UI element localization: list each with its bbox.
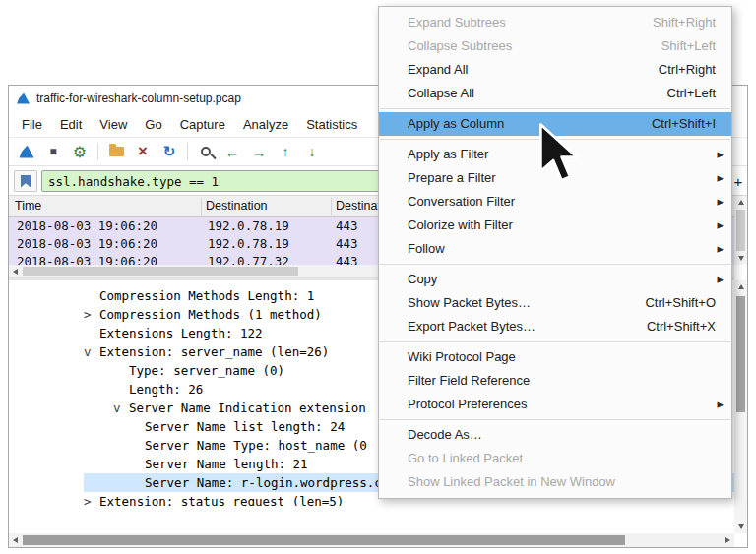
menu-item-colorize-with-filter[interactable]: Colorize with Filter xyxy=(379,214,731,237)
menu-item-label: Expand Subtrees xyxy=(408,11,633,34)
menu-item-label: Colorize with Filter xyxy=(408,214,716,237)
submenu-arrow-icon xyxy=(717,237,724,261)
menu-item-label: Copy xyxy=(408,268,716,291)
menu-separator xyxy=(380,264,730,265)
toolbar-separator xyxy=(187,143,188,160)
tree-expand-arrow[interactable]: > xyxy=(84,305,99,324)
toolbar-separator xyxy=(97,143,98,160)
tree-item-text: Server Name: r-login.wordpress.com xyxy=(145,475,397,490)
open-file-icon[interactable] xyxy=(104,140,128,163)
menu-item-collapse-all[interactable]: Collapse All Ctrl+Left xyxy=(379,82,731,105)
menu-item-label: Decode As… xyxy=(408,423,716,447)
menu-item-go-to-linked-packet: Go to Linked Packet xyxy=(379,447,731,470)
scroll-up-icon[interactable] xyxy=(734,196,747,209)
scroll-right-icon[interactable] xyxy=(722,533,734,546)
menu-separator xyxy=(380,108,730,109)
tree-item-text: Server Name Type: host_name (0 xyxy=(145,438,367,453)
menu-item-export-packet-bytes[interactable]: Export Packet Bytes… Ctrl+Shift+X xyxy=(379,315,731,339)
submenu-arrow-icon xyxy=(717,214,724,237)
scroll-down-icon[interactable] xyxy=(734,252,747,265)
packet-list-vscrollbar[interactable] xyxy=(734,196,747,265)
menu-item-expand-all[interactable]: Expand All Ctrl+Right xyxy=(379,58,731,82)
menu-item-expand-subtrees: Expand Subtrees Shift+Right xyxy=(379,11,731,34)
menu-item-label: Follow xyxy=(408,237,716,261)
menu-item-follow[interactable]: Follow xyxy=(379,237,731,261)
reload-icon[interactable] xyxy=(158,140,181,163)
scroll-up-icon[interactable] xyxy=(734,280,747,293)
packet-destination-port: 443 xyxy=(336,217,358,235)
column-divider xyxy=(201,198,202,215)
column-header-time[interactable]: Time xyxy=(15,199,41,213)
menu-item-label: Wiki Protocol Page xyxy=(408,345,716,369)
bookmark-icon xyxy=(21,175,31,188)
menu-edit[interactable]: Edit xyxy=(51,117,91,132)
menu-item-show-linked-packet-in-new-window: Show Linked Packet in New Window xyxy=(379,470,731,494)
go-back-icon[interactable] xyxy=(220,140,244,163)
menu-separator xyxy=(380,419,730,420)
menu-statistics[interactable]: Statistics xyxy=(297,117,366,132)
menu-item-show-packet-bytes[interactable]: Show Packet Bytes… Ctrl+Shift+O xyxy=(379,291,731,315)
menu-go[interactable]: Go xyxy=(136,117,170,132)
packet-destination: 192.0.78.19 xyxy=(208,235,289,253)
menu-item-label: Go to Linked Packet xyxy=(408,447,716,470)
submenu-arrow-icon xyxy=(717,166,724,190)
close-file-icon[interactable] xyxy=(131,140,155,163)
mouse-cursor xyxy=(537,122,581,187)
tree-item-text: Server Name Indication extension xyxy=(129,400,366,415)
go-to-last-packet-icon[interactable] xyxy=(300,140,324,163)
screen: traffic-for-wireshark-column-setup.pcap … xyxy=(0,0,756,554)
menu-item-label: Conversation Filter xyxy=(408,190,716,214)
scroll-down-icon[interactable] xyxy=(734,521,747,533)
menu-item-shortcut: Ctrl+Shift+I xyxy=(652,112,716,136)
menu-item-copy[interactable]: Copy xyxy=(379,268,731,291)
menu-item-protocol-preferences[interactable]: Protocol Preferences xyxy=(379,393,731,416)
menu-item-label: Apply as Column xyxy=(408,112,632,136)
packet-destination: 192.0.78.19 xyxy=(208,217,289,235)
menu-item-wiki-protocol-page[interactable]: Wiki Protocol Page xyxy=(379,345,731,369)
tree-expand-arrow[interactable]: v xyxy=(84,342,99,361)
scrollbar-thumb[interactable] xyxy=(23,267,298,276)
go-forward-icon[interactable] xyxy=(247,140,271,163)
scrollbar-thumb[interactable] xyxy=(23,535,625,545)
stop-capture-icon[interactable] xyxy=(41,140,65,163)
menu-capture[interactable]: Capture xyxy=(171,117,234,132)
menu-item-filter-field-reference[interactable]: Filter Field Reference xyxy=(379,369,731,393)
scroll-left-icon[interactable] xyxy=(9,265,22,277)
filter-bookmark-button[interactable] xyxy=(14,170,37,192)
tree-item-text: Type: server_name (0) xyxy=(129,363,284,378)
menu-item-decode-as[interactable]: Decode As… xyxy=(379,423,731,447)
column-header-destination[interactable]: Destination xyxy=(206,199,268,213)
tree-item-text: Server Name list length: 24 xyxy=(145,419,345,434)
add-filter-button[interactable]: + xyxy=(730,170,746,192)
packet-time: 2018-08-03 19:06:20 xyxy=(17,235,158,253)
menu-item-conversation-filter[interactable]: Conversation Filter xyxy=(379,190,731,214)
start-capture-icon[interactable] xyxy=(15,140,38,163)
tree-expand-arrow[interactable]: > xyxy=(84,492,99,506)
tree-item-text: Length: 26 xyxy=(129,382,203,397)
pane-gap xyxy=(9,506,734,533)
tree-item-text: Server Name length: 21 xyxy=(145,457,308,471)
menu-item-label: Export Packet Bytes… xyxy=(408,315,627,339)
menu-item-label: Protocol Preferences xyxy=(408,393,716,416)
menu-file[interactable]: File xyxy=(13,117,51,132)
details-vscrollbar[interactable] xyxy=(734,280,747,533)
details-hscrollbar[interactable] xyxy=(9,533,734,547)
menu-analyze[interactable]: Analyze xyxy=(234,117,297,132)
capture-options-icon[interactable] xyxy=(68,140,92,163)
menu-item-shortcut: Ctrl+Shift+X xyxy=(647,315,716,339)
scrollbar-thumb[interactable] xyxy=(736,210,745,251)
go-to-first-packet-icon[interactable] xyxy=(274,140,297,163)
find-packet-icon[interactable] xyxy=(194,140,218,163)
menu-item-label: Show Packet Bytes… xyxy=(408,291,625,315)
menu-item-shortcut: Ctrl+Left xyxy=(667,82,717,105)
submenu-arrow-icon xyxy=(717,143,724,166)
menu-item-collapse-subtrees: Collapse Subtrees Shift+Left xyxy=(379,34,731,58)
context-menu: Expand Subtrees Shift+Right Collapse Sub… xyxy=(378,6,732,499)
scrollbar-thumb[interactable] xyxy=(736,296,745,412)
scroll-left-icon[interactable] xyxy=(9,533,22,546)
packet-time: 2018-08-03 19:06:20 xyxy=(17,253,158,265)
menu-item-shortcut: Ctrl+Right xyxy=(659,58,716,82)
tree-item-text: Compression Methods Length: 1 xyxy=(99,288,314,303)
menu-view[interactable]: View xyxy=(91,117,136,132)
tree-expand-arrow[interactable]: v xyxy=(113,399,129,417)
